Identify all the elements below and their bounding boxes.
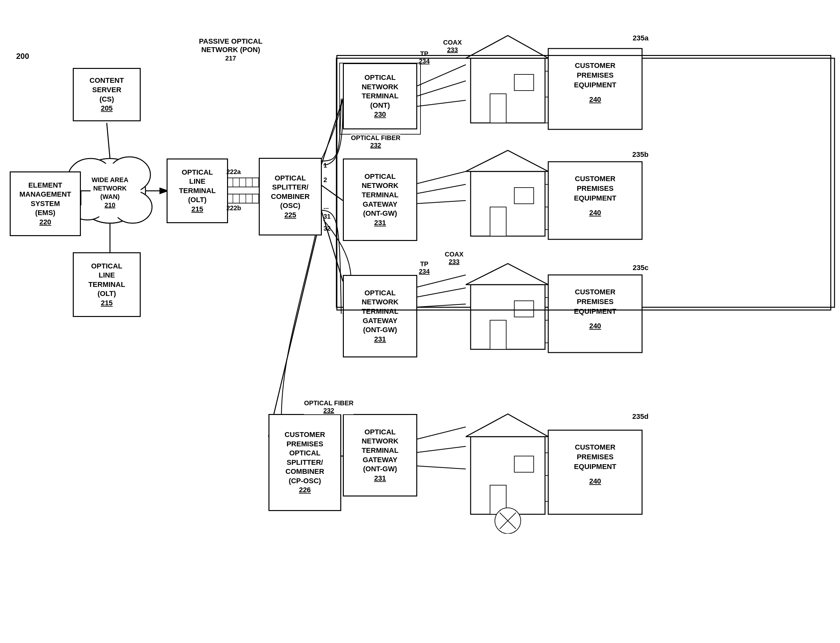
svg-line-24	[414, 466, 466, 469]
ontgw3-label: OPTICALNETWORKTERMINALGATEWAY(ONT-GW)	[362, 428, 398, 474]
cs-label: CONTENTSERVER(CS)	[90, 76, 124, 104]
cposc-number: 226	[299, 485, 311, 495]
optical-fiber-label-bottom: OPTICAL FIBER232	[304, 400, 354, 415]
ems-label: ELEMENTMANAGEMENTSYSTEM(EMS)	[20, 181, 71, 218]
svg-text:240: 240	[589, 477, 601, 485]
svg-rect-38	[227, 194, 259, 203]
pon-label: PASSIVE OPTICALNETWORK (PON)217	[199, 37, 262, 62]
coax-label-top: COAX233	[443, 39, 462, 54]
svg-marker-82	[466, 414, 548, 437]
port-1: 1	[323, 162, 327, 169]
svg-line-3	[107, 123, 110, 158]
cs-box: CONTENTSERVER(CS) 205	[73, 68, 141, 121]
cpe-235d-svg: CUSTOMER PREMISES EQUIPMENT 240	[464, 411, 652, 534]
pon-boundary-box	[336, 55, 831, 310]
ems-number: 220	[39, 218, 51, 227]
cpe-235d-group: CUSTOMER PREMISES EQUIPMENT 240 235d	[464, 411, 652, 534]
port-2: 2	[323, 176, 327, 184]
svg-text:CUSTOMER: CUSTOMER	[575, 443, 615, 451]
cpe-235d-id: 235d	[632, 412, 649, 421]
svg-rect-84	[514, 456, 534, 472]
osc-label: OPTICALSPLITTER/COMBINER(OSC)	[271, 174, 310, 211]
port-31: 31	[323, 213, 331, 220]
osc-number: 225	[284, 211, 296, 220]
svg-line-23	[414, 446, 466, 453]
ontgw2-number: 231	[374, 335, 386, 344]
diagram-container: 200 ELEMENTMANAGEMENTSYSTEM(EMS) 220 CON…	[0, 0, 840, 643]
svg-text:240: 240	[589, 322, 601, 330]
olt-bottom-number: 215	[101, 299, 113, 308]
olt-top-label: OPTICALLINETERMINAL(OLT)	[179, 168, 216, 205]
cpe-235a-id: 235a	[633, 34, 649, 42]
svg-rect-88	[548, 430, 642, 514]
olt-box-bottom: OPTICALLINETERMINAL(OLT) 215	[73, 252, 141, 317]
svg-rect-81	[471, 437, 545, 514]
port-dots: ...	[323, 203, 329, 211]
connector-222a-label: 222a	[227, 168, 241, 176]
ems-box: ELEMENTMANAGEMENTSYSTEM(EMS) 220	[10, 171, 81, 236]
connector-222b-label: 222b	[227, 204, 241, 212]
svg-rect-33	[227, 178, 259, 187]
ontgw3-number: 231	[374, 474, 386, 483]
port-32: 32	[323, 225, 331, 232]
olt-box-top: OPTICALLINETERMINAL(OLT) 215	[166, 158, 228, 223]
cs-number: 205	[101, 104, 113, 113]
ontgw3-box: OPTICALNETWORKTERMINALGATEWAY(ONT-GW) 23…	[343, 414, 417, 496]
svg-text:PREMISES: PREMISES	[577, 453, 613, 461]
svg-rect-71	[490, 320, 506, 349]
olt-bottom-label: OPTICALLINETERMINAL(OLT)	[88, 262, 125, 299]
cposc-label: CUSTOMERPREMISESOPTICALSPLITTER/COMBINER…	[285, 430, 325, 486]
wan-label: WIDE AREANETWORK(WAN) 210	[78, 173, 142, 212]
svg-line-22	[414, 427, 466, 440]
cposc-box: CUSTOMERPREMISESOPTICALSPLITTER/COMBINER…	[269, 414, 341, 511]
svg-text:EQUIPMENT: EQUIPMENT	[574, 462, 617, 471]
diagram-number: 200	[16, 52, 29, 61]
olt-top-number: 215	[191, 205, 204, 214]
osc-box: OPTICALSPLITTER/COMBINER(OSC) 225	[259, 158, 322, 235]
